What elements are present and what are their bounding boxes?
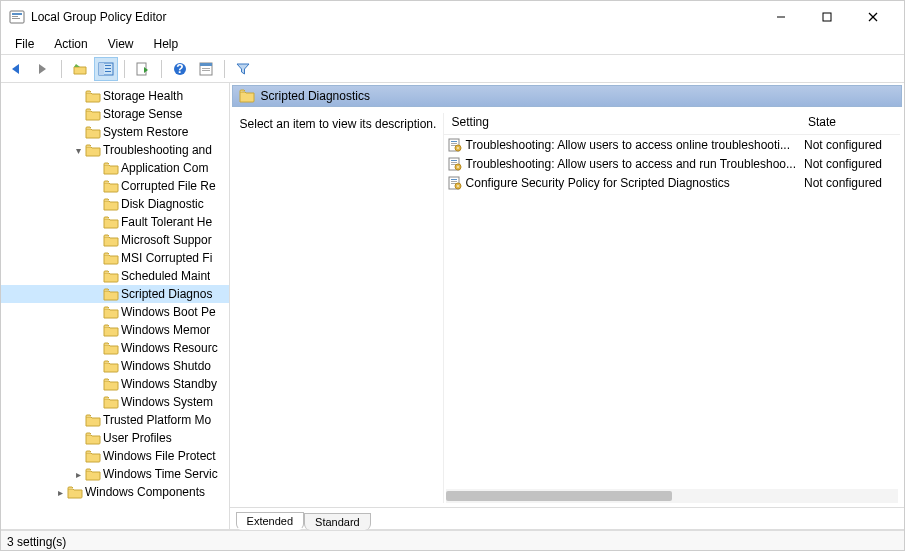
settings-row[interactable]: Configure Security Policy for Scripted D… — [444, 173, 900, 192]
tree-item[interactable]: Windows Memor — [1, 321, 229, 339]
tree-item-label: MSI Corrupted Fi — [121, 251, 212, 265]
pane-tabs: Extended Standard — [230, 507, 904, 529]
folder-icon — [103, 251, 119, 265]
svg-rect-34 — [451, 181, 457, 182]
forward-button[interactable] — [31, 57, 55, 81]
scrollbar-thumb[interactable] — [446, 491, 672, 501]
tree-item[interactable]: System Restore — [1, 123, 229, 141]
tree-item[interactable]: Windows File Protect — [1, 447, 229, 465]
folder-icon — [103, 161, 119, 175]
settings-row[interactable]: Troubleshooting: Allow users to access a… — [444, 154, 900, 173]
help-button[interactable]: ? — [168, 57, 192, 81]
tree-item-label: Windows Components — [85, 485, 205, 499]
tree-item[interactable]: ▸Windows Components — [1, 483, 229, 501]
tree-item[interactable]: Scripted Diagnos — [1, 285, 229, 303]
tree-item[interactable]: Windows Shutdo — [1, 357, 229, 375]
tree-item[interactable]: ▾Troubleshooting and — [1, 141, 229, 159]
toolbar-separator — [61, 60, 62, 78]
tree-toggle-icon[interactable]: ▸ — [71, 469, 85, 480]
menu-view[interactable]: View — [100, 35, 142, 53]
filter-button[interactable] — [231, 57, 255, 81]
description-prompt: Select an item to view its description. — [240, 117, 437, 131]
maximize-button[interactable] — [804, 1, 850, 33]
tree-item[interactable]: Windows System — [1, 393, 229, 411]
svg-rect-9 — [99, 63, 104, 75]
svg-rect-37 — [457, 185, 458, 187]
menu-action[interactable]: Action — [46, 35, 95, 53]
menu-bar: File Action View Help — [1, 33, 904, 55]
list-rows: Troubleshooting: Allow users to access o… — [444, 135, 900, 489]
tree-item[interactable]: Windows Standby — [1, 375, 229, 393]
tab-standard[interactable]: Standard — [304, 513, 371, 530]
tree-toggle-icon[interactable]: ▸ — [53, 487, 67, 498]
tree-item-label: Windows Memor — [121, 323, 210, 337]
tree-item-label: Windows System — [121, 395, 213, 409]
setting-state: Not configured — [800, 138, 900, 152]
tree-item-label: Microsoft Suppor — [121, 233, 212, 247]
tree-pane[interactable]: Storage HealthStorage SenseSystem Restor… — [1, 83, 230, 529]
tree-item[interactable]: Trusted Platform Mo — [1, 411, 229, 429]
pane-header: Scripted Diagnostics — [232, 85, 902, 107]
folder-icon — [103, 323, 119, 337]
folder-icon — [85, 89, 101, 103]
export-button[interactable] — [131, 57, 155, 81]
folder-icon — [85, 467, 101, 481]
minimize-button[interactable] — [758, 1, 804, 33]
svg-rect-27 — [451, 160, 457, 161]
tree-item[interactable]: Windows Boot Pe — [1, 303, 229, 321]
tree-item-label: Disk Diagnostic — [121, 197, 204, 211]
folder-icon — [85, 413, 101, 427]
setting-name: Troubleshooting: Allow users to access a… — [466, 157, 796, 171]
description-column: Select an item to view its description. — [234, 113, 444, 503]
tree-item[interactable]: Scheduled Maint — [1, 267, 229, 285]
horizontal-scrollbar[interactable] — [446, 489, 898, 503]
settings-row[interactable]: Troubleshooting: Allow users to access o… — [444, 135, 900, 154]
tree-item[interactable]: Microsoft Suppor — [1, 231, 229, 249]
tab-extended[interactable]: Extended — [236, 512, 304, 530]
window-title: Local Group Policy Editor — [31, 10, 758, 24]
properties-button[interactable] — [194, 57, 218, 81]
folder-icon — [103, 359, 119, 373]
up-button[interactable] — [68, 57, 92, 81]
tree-item[interactable]: ▸Windows Time Servic — [1, 465, 229, 483]
back-button[interactable] — [5, 57, 29, 81]
svg-rect-11 — [105, 68, 111, 69]
tree-item[interactable]: Disk Diagnostic — [1, 195, 229, 213]
tree-item[interactable]: Storage Sense — [1, 105, 229, 123]
column-header-setting[interactable]: Setting — [444, 113, 800, 134]
close-button[interactable] — [850, 1, 896, 33]
menu-file[interactable]: File — [7, 35, 42, 53]
app-icon — [9, 9, 25, 25]
tree-item[interactable]: Corrupted File Re — [1, 177, 229, 195]
tree-item[interactable]: Storage Health — [1, 87, 229, 105]
menu-help[interactable]: Help — [146, 35, 187, 53]
details-pane: Scripted Diagnostics Select an item to v… — [230, 83, 904, 529]
tree-item-label: Application Com — [121, 161, 208, 175]
tree-toggle-icon[interactable]: ▾ — [71, 145, 85, 156]
tree-item-label: Troubleshooting and — [103, 143, 212, 157]
folder-icon — [85, 431, 101, 445]
show-tree-button[interactable] — [94, 57, 118, 81]
column-header-state[interactable]: State — [800, 113, 900, 134]
folder-icon — [103, 287, 119, 301]
policy-icon — [448, 176, 462, 190]
tree-item[interactable]: Fault Tolerant He — [1, 213, 229, 231]
folder-icon — [103, 215, 119, 229]
policy-icon — [448, 157, 462, 171]
tree-item[interactable]: Application Com — [1, 159, 229, 177]
titlebar: Local Group Policy Editor — [1, 1, 904, 33]
svg-rect-28 — [451, 162, 457, 163]
tree: Storage HealthStorage SenseSystem Restor… — [1, 87, 229, 501]
folder-icon — [103, 395, 119, 409]
tree-item[interactable]: Windows Resourc — [1, 339, 229, 357]
status-bar: 3 setting(s) — [1, 530, 904, 551]
folder-icon — [85, 143, 101, 157]
tree-item-label: Windows Boot Pe — [121, 305, 216, 319]
list-header: Setting State — [444, 113, 900, 135]
tree-item[interactable]: User Profiles — [1, 429, 229, 447]
svg-rect-22 — [451, 143, 457, 144]
tree-item-label: User Profiles — [103, 431, 172, 445]
setting-state: Not configured — [800, 157, 900, 171]
setting-name: Configure Security Policy for Scripted D… — [466, 176, 730, 190]
tree-item[interactable]: MSI Corrupted Fi — [1, 249, 229, 267]
